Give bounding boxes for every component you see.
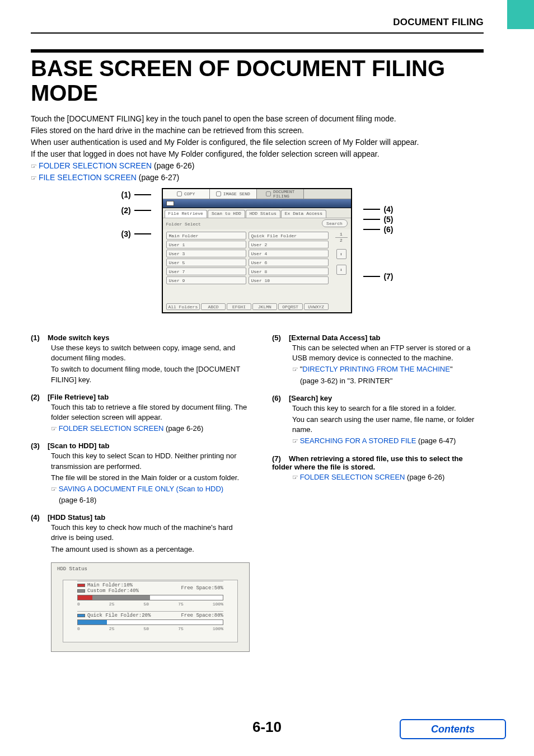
item-3-link-page: (page 6-18): [59, 495, 250, 505]
item-7-num: (7): [272, 454, 289, 463]
item-2-link[interactable]: FOLDER SELECTION SCREEN: [59, 424, 164, 433]
item-3-p1: Touch this key to select Scan to HDD. Ne…: [51, 451, 250, 471]
header-section: DOCUMENT FILING: [31, 17, 484, 28]
pointer-icon: ☞: [51, 485, 57, 493]
callout-3: (3): [121, 229, 131, 238]
folder-quick-file[interactable]: Quick File Folder: [249, 232, 329, 240]
function-tabs: File Retrieve Scan to HDD HDD Status Ex …: [163, 208, 351, 218]
item-6-p2: You can search using the user name, file…: [292, 415, 484, 435]
item-5-p1: This can be selected when an FTP server …: [292, 343, 484, 363]
right-column: (5)[External Data Access] tab This can b…: [272, 330, 484, 652]
alpha-tab-opqrst[interactable]: OPQRST: [278, 303, 303, 310]
item-5-head: [External Data Access] tab: [289, 334, 381, 342]
tab-scan-to-hdd[interactable]: Scan to HDD: [208, 210, 245, 218]
folder-user-2[interactable]: User 2: [249, 241, 329, 248]
folder-user-7[interactable]: User 7: [166, 267, 246, 275]
mode-tab-copy-label: COPY: [184, 191, 195, 196]
alpha-tab-all[interactable]: All Folders: [166, 303, 200, 310]
folder-select-label: Folder Select: [166, 222, 201, 227]
link-folder-selection[interactable]: FOLDER SELECTION SCREEN: [39, 161, 152, 170]
swatch-quick-icon: [77, 614, 85, 617]
callout-4: (4): [383, 205, 393, 214]
intro-line-3: When user authentication is used and My …: [31, 137, 484, 148]
hdd-bar-2: [77, 619, 223, 625]
folder-user-3[interactable]: User 3: [166, 250, 246, 257]
intro-block: Touch the [DOCUMENT FILING] key in the t…: [31, 113, 484, 184]
search-button[interactable]: Search: [322, 219, 348, 227]
item-1-head: Mode switch keys: [48, 334, 110, 342]
pointer-icon: ☞: [292, 437, 298, 445]
page-indicator-bottom: 2: [335, 238, 348, 243]
item-3-link[interactable]: SAVING A DOCUMENT FILE ONLY (Scan to HDD…: [59, 485, 224, 493]
tab-file-retrieve[interactable]: File Retrieve: [165, 210, 207, 218]
item-4-p1: Touch this key to check how much of the …: [51, 523, 250, 543]
mode-tab-document-filing[interactable]: DOCUMENTFILING: [257, 189, 304, 199]
scroll-down-button[interactable]: ⬇: [336, 265, 346, 275]
pointer-icon: ☞: [31, 162, 36, 170]
explanation-columns: (1)Mode switch keys Use these keys to sw…: [31, 330, 484, 652]
pointer-icon: ☞: [292, 365, 298, 373]
item-7-link[interactable]: FOLDER SELECTION SCREEN: [300, 473, 405, 481]
item-2-num: (2): [31, 393, 48, 401]
callout-7: (7): [383, 272, 393, 281]
contents-button-label: Contents: [431, 724, 475, 735]
arrow-down-icon: ⬇: [340, 267, 343, 273]
mode-bar: COPY IMAGE SEND DOCUMENTFILING: [163, 189, 351, 199]
item-6-link-page: (page 6-47): [416, 436, 456, 445]
swatch-main-icon: [77, 584, 85, 587]
mode-tab-copy[interactable]: COPY: [163, 189, 210, 199]
folder-select-row: Folder Select Search: [163, 218, 351, 229]
folder-user-9[interactable]: User 9: [166, 276, 246, 284]
item-6-head: [Search] key: [289, 394, 332, 402]
item-7-link-page: (page 6-26): [405, 473, 444, 481]
hdd-bar-1: [77, 595, 223, 600]
intro-line-4: If the user that logged in does not have…: [31, 148, 484, 160]
link-file-selection[interactable]: FILE SELECTION SCREEN: [39, 173, 137, 182]
hdd-ticks-1: 0255075100%: [77, 602, 223, 607]
folder-user-8[interactable]: User 8: [249, 267, 329, 275]
item-4-num: (4): [31, 513, 48, 522]
pointer-icon: ☞: [51, 425, 57, 433]
swatch-custom-icon: [77, 589, 85, 593]
copy-icon: [177, 191, 182, 196]
hdd-free-2: Free Space:80%: [181, 613, 223, 618]
folder-user-4[interactable]: User 4: [249, 250, 329, 257]
tab-hdd-status[interactable]: HDD Status: [246, 210, 280, 218]
folder-user-10[interactable]: User 10: [249, 276, 329, 284]
item-2-p1: Touch this tab to retrieve a file stored…: [51, 402, 250, 422]
folder-user-6[interactable]: User 6: [249, 259, 329, 266]
contents-button[interactable]: Contents: [400, 719, 506, 739]
alpha-tab-uvwxyz[interactable]: UVWXYZ: [304, 303, 329, 310]
item-3-p2: The file will be stored in the Main fold…: [51, 473, 250, 483]
folder-user-1[interactable]: User 1: [166, 241, 246, 248]
left-column: (1)Mode switch keys Use these keys to sw…: [31, 330, 250, 652]
filing-icon: [266, 191, 271, 196]
item-1-p2: To switch to document filing mode, touch…: [51, 364, 250, 384]
item-2-link-page: (page 6-26): [163, 424, 203, 433]
tab-ex-data-access[interactable]: Ex Data Access: [281, 210, 326, 218]
folder-user-5[interactable]: User 5: [166, 259, 246, 266]
item-1-num: (1): [31, 334, 48, 342]
folder-grid: Main Folder Quick File Folder User 1User…: [163, 229, 351, 288]
mode-tab-image-send[interactable]: IMAGE SEND: [210, 189, 257, 199]
callout-6: (6): [383, 225, 393, 234]
mode-tab-send-label: IMAGE SEND: [223, 191, 250, 196]
alpha-tab-efghi[interactable]: EFGHI: [227, 303, 251, 310]
alpha-tab-jklmn[interactable]: JKLMN: [252, 303, 277, 310]
folder-main[interactable]: Main Folder: [166, 232, 246, 240]
scroll-up-button[interactable]: ⬆: [336, 249, 346, 259]
diagram: (1) (2) (3) (4) (5) (6) (7) COPY IMAGE S…: [31, 188, 484, 316]
item-6-p1: Touch this key to search for a file stor…: [292, 403, 484, 414]
item-6-link[interactable]: SEARCHING FOR A STORED FILE: [300, 436, 416, 445]
alpha-tab-abcd[interactable]: ABCD: [201, 303, 226, 310]
item-1-p1: Use these keys to switch between copy, i…: [51, 343, 250, 363]
pointer-icon: ☞: [31, 174, 36, 182]
item-5-link[interactable]: DIRECTLY PRINTING FROM THE MACHINE: [302, 365, 450, 373]
item-5-link-page: (page 3-62) in "3. PRINTER": [300, 376, 484, 386]
alpha-tabs: All Folders ABCD EFGHI JKLMN OPQRST UVWX…: [166, 303, 329, 310]
titlebar-icon: [166, 201, 174, 206]
mode-tab-blank: [304, 189, 350, 199]
header-rule: [31, 32, 484, 34]
item-3-head: [Scan to HDD] tab: [48, 442, 110, 450]
item-7-head: When retrieving a stored file, use this …: [272, 454, 463, 471]
